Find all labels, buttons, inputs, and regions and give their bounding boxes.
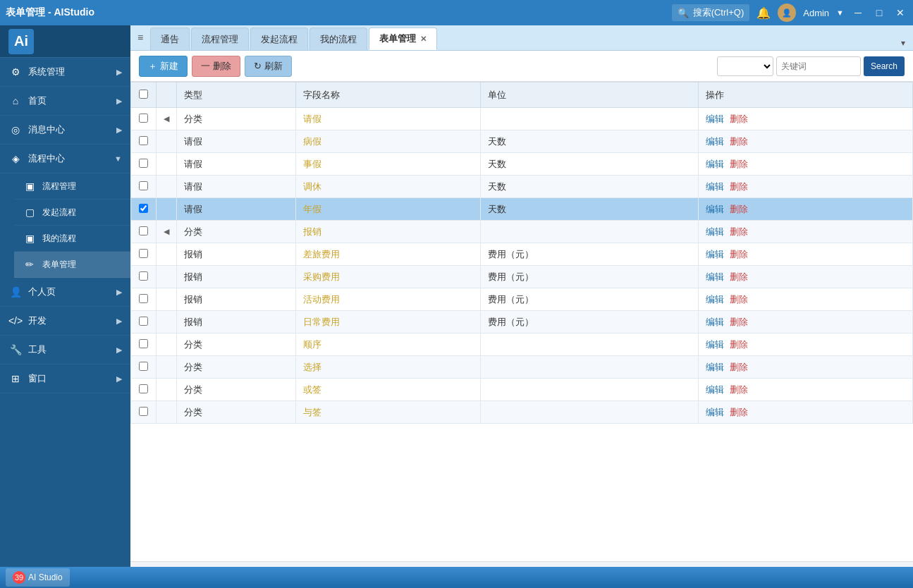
field-name-cell[interactable]: 日常费用 (295, 311, 480, 333)
sidebar-item-personal[interactable]: 👤 个人页 ▶ (0, 278, 130, 307)
field-name-cell[interactable]: 调休 (295, 176, 480, 198)
close-button[interactable]: ✕ (893, 6, 907, 20)
dropdown-icon[interactable]: ▼ (836, 8, 844, 17)
row-checkbox-cell (131, 153, 157, 176)
delete-link[interactable]: 删除 (730, 159, 748, 169)
select-all-checkbox[interactable] (139, 90, 148, 99)
delete-link[interactable]: 删除 (730, 249, 748, 259)
sidebar-item-process-mgmt[interactable]: ▣ 流程管理 (14, 173, 130, 200)
edit-link[interactable]: 编辑 (706, 136, 724, 147)
delete-link[interactable]: 删除 (730, 294, 748, 305)
sidebar-item-system[interactable]: ⚙ 系统管理 ▶ (0, 58, 130, 87)
field-name-cell[interactable]: 事假 (295, 153, 480, 176)
edit-link[interactable]: 编辑 (706, 271, 724, 282)
delete-link[interactable]: 删除 (730, 226, 748, 237)
edit-link[interactable]: 编辑 (706, 339, 724, 350)
sidebar-item-dev[interactable]: </> 开发 ▶ (0, 307, 130, 336)
field-name-cell[interactable]: 年假 (295, 198, 480, 221)
unit-cell: 费用（元） (481, 266, 699, 288)
field-name-cell[interactable]: 请假 (295, 108, 480, 130)
refresh-button[interactable]: ↻ 刷新 (245, 56, 292, 77)
search-input[interactable] (776, 56, 861, 76)
sidebar-item-form-mgmt[interactable]: ✏ 表单管理 (14, 252, 130, 278)
row-checkbox[interactable] (139, 384, 148, 393)
title-search-label: 搜索(Ctrl+Q) (693, 6, 745, 19)
delete-button[interactable]: 一 删除 (192, 56, 240, 77)
tab-dropdown-button[interactable]: ▾ (896, 36, 910, 50)
row-checkbox[interactable] (139, 181, 148, 190)
row-checkbox[interactable] (139, 294, 148, 303)
tab-my-process[interactable]: 我的流程 (310, 27, 367, 50)
search-category-select[interactable] (717, 56, 773, 76)
field-name-cell[interactable]: 差旅费用 (295, 243, 480, 266)
field-name-cell[interactable]: 报销 (295, 221, 480, 243)
taskbar-app-item[interactable]: 39 AI Studio (6, 568, 70, 587)
tab-start-process[interactable]: 发起流程 (250, 27, 308, 50)
tab-notice[interactable]: 通告 (150, 27, 190, 50)
avatar[interactable]: 👤 (778, 4, 796, 22)
edit-link[interactable]: 编辑 (706, 384, 724, 395)
edit-link[interactable]: 编辑 (706, 159, 724, 169)
edit-link[interactable]: 编辑 (706, 362, 724, 372)
delete-link[interactable]: 删除 (730, 114, 748, 124)
edit-link[interactable]: 编辑 (706, 204, 724, 214)
sidebar-item-window[interactable]: ⊞ 窗口 ▶ (0, 365, 130, 393)
row-checkbox[interactable] (139, 339, 148, 348)
expand-cell[interactable]: ◀ (157, 221, 177, 243)
expand-cell[interactable]: ◀ (157, 108, 177, 130)
delete-link[interactable]: 删除 (730, 136, 748, 147)
tab-menu-button[interactable]: ≡ (130, 25, 150, 50)
edit-link[interactable]: 编辑 (706, 294, 724, 305)
row-checkbox[interactable] (139, 407, 148, 416)
field-name-cell[interactable]: 活动费用 (295, 288, 480, 311)
field-name-cell[interactable]: 或签 (295, 379, 480, 401)
sidebar-item-process-center[interactable]: ◈ 流程中心 ▼ (0, 145, 130, 173)
delete-link[interactable]: 删除 (730, 339, 748, 350)
row-checkbox[interactable] (139, 226, 148, 235)
action-cell: 编辑 删除 (698, 130, 912, 153)
edit-link[interactable]: 编辑 (706, 114, 724, 124)
edit-link[interactable]: 编辑 (706, 317, 724, 327)
field-name-cell[interactable]: 病假 (295, 130, 480, 153)
sidebar-item-tools[interactable]: 🔧 工具 ▶ (0, 336, 130, 365)
row-checkbox[interactable] (139, 159, 148, 168)
sidebar-item-start-process[interactable]: ▢ 发起流程 (14, 200, 130, 226)
row-checkbox[interactable] (139, 114, 148, 123)
delete-link[interactable]: 删除 (730, 271, 748, 282)
delete-link[interactable]: 删除 (730, 362, 748, 372)
sidebar-item-home[interactable]: ⌂ 首页 ▶ (0, 87, 130, 116)
search-button[interactable]: Search (864, 56, 905, 76)
title-search-box[interactable]: 🔍 搜索(Ctrl+Q) (672, 4, 750, 21)
edit-link[interactable]: 编辑 (706, 249, 724, 259)
delete-link[interactable]: 删除 (730, 181, 748, 192)
row-checkbox[interactable] (139, 249, 148, 258)
field-name-cell[interactable]: 与签 (295, 401, 480, 424)
row-checkbox[interactable] (139, 271, 148, 281)
new-button[interactable]: ＋ 新建 (139, 56, 188, 77)
row-checkbox[interactable] (139, 362, 148, 371)
row-checkbox[interactable] (139, 136, 148, 145)
sidebar-item-message[interactable]: ◎ 消息中心 ▶ (0, 116, 130, 145)
row-checkbox[interactable] (139, 317, 148, 326)
delete-link[interactable]: 删除 (730, 407, 748, 417)
delete-link[interactable]: 删除 (730, 204, 748, 214)
field-name-cell[interactable]: 顺序 (295, 333, 480, 356)
sidebar-item-my-process[interactable]: ▣ 我的流程 (14, 226, 130, 252)
row-checkbox[interactable] (139, 204, 148, 213)
edit-link[interactable]: 编辑 (706, 181, 724, 192)
logo-icon: Ai (8, 29, 34, 54)
field-name-cell[interactable]: 采购费用 (295, 266, 480, 288)
field-name-cell[interactable]: 选择 (295, 356, 480, 379)
minimize-button[interactable]: ─ (851, 6, 865, 20)
tab-form-mgmt[interactable]: 表单管理 ✕ (369, 27, 437, 50)
edit-link[interactable]: 编辑 (706, 407, 724, 417)
maximize-button[interactable]: □ (872, 6, 886, 20)
bell-icon[interactable]: 🔔 (756, 6, 771, 20)
delete-link[interactable]: 删除 (730, 317, 748, 327)
tab-process-mgmt[interactable]: 流程管理 (191, 27, 249, 50)
delete-link[interactable]: 删除 (730, 384, 748, 395)
unit-cell: 费用（元） (481, 243, 699, 266)
edit-link[interactable]: 编辑 (706, 226, 724, 237)
tab-close-icon[interactable]: ✕ (420, 35, 427, 44)
expand-cell (157, 176, 177, 198)
